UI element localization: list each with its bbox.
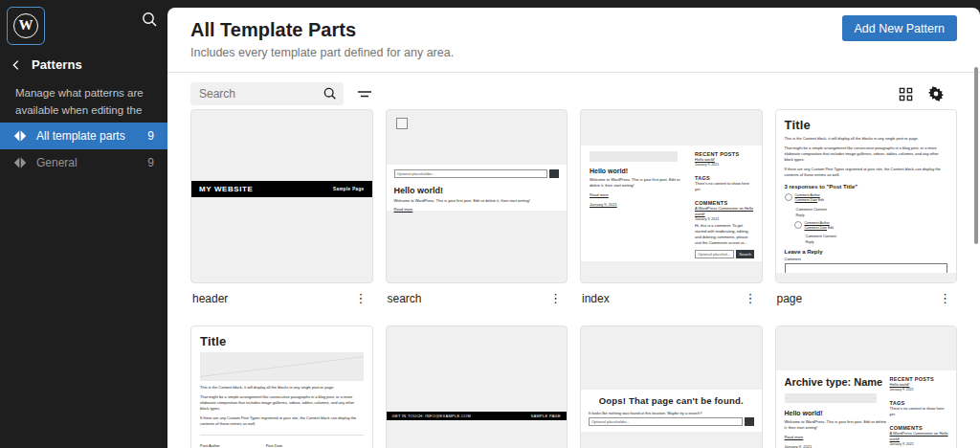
search-submit-button: Search xyxy=(736,250,754,258)
comment-date: Comment Date xyxy=(795,198,818,202)
divider xyxy=(200,435,364,436)
edit-link: Edit xyxy=(828,226,834,230)
chevron-left-icon xyxy=(10,58,23,72)
sidebar-title: Patterns xyxy=(32,57,82,72)
patterns-toolbar xyxy=(167,73,980,109)
pattern-preview-single[interactable]: Title This is the Content block, it will… xyxy=(190,325,373,448)
leave-reply-heading: Leave a Reply xyxy=(785,249,948,255)
site-logo-placeholder xyxy=(396,118,408,129)
pattern-card-index: Hello world! Welcome to WordPress. This … xyxy=(580,109,763,306)
comment-item: Comment Author Comment Date Edit xyxy=(794,221,948,232)
paragraph: This is the Content block, it will displ… xyxy=(785,136,948,142)
read-more-link: Read more xyxy=(394,207,560,213)
post-date: January 9, 2021 xyxy=(785,444,888,448)
pattern-preview-page[interactable]: Title This is the Content block, it will… xyxy=(775,109,958,283)
template-part-icon xyxy=(13,156,27,169)
reply-link: Reply xyxy=(806,240,948,244)
comment-field-label: Comment xyxy=(785,257,948,261)
reply-link: Reply xyxy=(796,213,948,217)
post-date: Post Date xyxy=(266,443,284,448)
sidebar-item-label: General xyxy=(36,156,78,169)
post-title-text: Title xyxy=(200,334,364,348)
comment-link: A WordPress Commenter on Hello world! xyxy=(695,206,754,217)
post-author: Post Author xyxy=(200,443,220,448)
post-title: Hello world! xyxy=(590,168,685,174)
comment-content: Comment Content xyxy=(796,207,948,212)
sidebar-item-count: 9 xyxy=(147,129,154,143)
pattern-card-single: Title This is the Content block, it will… xyxy=(190,325,373,448)
wordpress-logo-button[interactable]: W xyxy=(7,7,45,45)
recent-post-date: January 9, 2021 xyxy=(695,163,754,168)
pattern-name[interactable]: search xyxy=(388,292,422,305)
comment-excerpt: Hi, this is a comment. To get started wi… xyxy=(695,223,754,246)
search-submit-button xyxy=(745,417,754,426)
content-band: Oops! That page can't be found. It looks… xyxy=(581,390,762,432)
patterns-search-input[interactable] xyxy=(190,82,344,105)
title-placeholder xyxy=(590,151,678,162)
paragraph: If there are any Custom Post Types regis… xyxy=(785,167,948,178)
sidebar-item-count: 9 xyxy=(147,156,154,169)
pattern-preview-footer[interactable]: GET IN TOUCH: INFO@EXAMPLE.COM SAMPLE PA… xyxy=(386,325,568,448)
more-actions-button[interactable]: ⋮ xyxy=(935,292,955,304)
search-field-placeholder: Optional placeholder... xyxy=(394,169,548,178)
not-found-title: Oops! That page can't be found. xyxy=(589,395,754,406)
site-header-bar: MY WEBSITE Sample Page xyxy=(191,181,372,197)
post-excerpt: Welcome to WordPress. This is your first… xyxy=(394,198,560,204)
pattern-card-404: Oops! That page can't be found. It looks… xyxy=(580,325,763,448)
avatar xyxy=(794,221,802,229)
site-title: MY WEBSITE xyxy=(199,185,254,193)
page-subtitle: Includes every template part defined for… xyxy=(190,46,957,62)
post-date: January 9, 2021 xyxy=(590,202,685,208)
tags-empty-text: There's no content to show here yet. xyxy=(695,181,754,192)
pattern-name[interactable]: page xyxy=(777,292,803,305)
filter-button[interactable] xyxy=(357,87,372,101)
pattern-preview-404[interactable]: Oops! That page can't be found. It looks… xyxy=(580,325,763,448)
vertical-scrollbar-thumb[interactable] xyxy=(974,67,978,244)
more-actions-button[interactable]: ⋮ xyxy=(351,292,371,304)
post-column: Hello world! Welcome to WordPress. This … xyxy=(590,151,685,208)
grid-view-button[interactable] xyxy=(899,87,913,101)
recent-post-date: January 9, 2021 xyxy=(890,388,949,392)
panel-header: All Template Parts Includes every templa… xyxy=(167,8,980,73)
sidebar-column: RECENT POSTS Hello world! January 9, 202… xyxy=(890,376,949,448)
pattern-card-header: MY WEBSITE Sample Page header ⋮ xyxy=(190,109,373,306)
pattern-preview-archive[interactable]: Archive type: Name Hello world! Welcome … xyxy=(775,325,958,448)
add-new-pattern-button[interactable]: Add New Pattern xyxy=(842,15,958,41)
pattern-preview-index[interactable]: Hello world! Welcome to WordPress. This … xyxy=(580,109,763,283)
pattern-card-page: Title This is the Content block, it will… xyxy=(775,109,958,306)
more-actions-button[interactable]: ⋮ xyxy=(741,292,761,304)
featured-image-placeholder xyxy=(200,352,364,381)
pattern-preview-header[interactable]: MY WEBSITE Sample Page xyxy=(190,109,373,283)
comment-author: Comment Author xyxy=(805,221,830,225)
post-column: Archive type: Name Hello world! Welcome … xyxy=(785,376,888,448)
search-field-placeholder: Optional placehol... xyxy=(695,250,734,258)
not-found-subtitle: It looks like nothing was found at this … xyxy=(589,411,754,415)
footer-right-text: SAMPLE PAGE xyxy=(531,414,561,418)
footer-left-text: GET IN TOUCH: INFO@EXAMPLE.COM xyxy=(392,414,472,418)
paragraph: This is the Content block, it will displ… xyxy=(200,385,364,391)
pattern-name[interactable]: index xyxy=(582,292,610,305)
paragraph: That might be a simple arrangement like … xyxy=(200,394,364,412)
sidebar-item-general[interactable]: General 9 xyxy=(0,149,167,176)
comment-item: Comment Author Comment Date Edit xyxy=(785,193,948,204)
view-options-button[interactable] xyxy=(928,86,944,101)
wordpress-logo-icon: W xyxy=(13,13,38,38)
comment-content: Comment Content xyxy=(806,234,948,238)
post-meta: Post Author Post Date Categories Tags xyxy=(200,443,364,448)
pattern-preview-search[interactable]: Optional placeholder... Hello world! Wel… xyxy=(386,109,568,283)
pattern-name[interactable]: header xyxy=(192,292,228,305)
sidebar-search-button[interactable] xyxy=(141,11,158,31)
sidebar-item-all-template-parts[interactable]: All template parts 9 xyxy=(0,123,167,149)
site-footer-bar: GET IN TOUCH: INFO@EXAMPLE.COM SAMPLE PA… xyxy=(387,412,568,420)
search-field-placeholder: Optional placeholder... xyxy=(589,417,743,426)
comment-date: Comment Date xyxy=(805,226,828,230)
read-more-link: Read more xyxy=(785,435,888,440)
post-title: Hello world! xyxy=(785,410,888,416)
pattern-card-footer: GET IN TOUCH: INFO@EXAMPLE.COM SAMPLE PA… xyxy=(386,325,568,448)
more-actions-button[interactable]: ⋮ xyxy=(546,292,566,304)
search-icon xyxy=(323,86,337,104)
back-button[interactable] xyxy=(10,58,23,72)
search-submit-button xyxy=(549,169,559,178)
responses-heading: 3 responses to "Post Title" xyxy=(785,184,948,190)
paragraph: That might be a simple arrangement like … xyxy=(785,146,948,163)
